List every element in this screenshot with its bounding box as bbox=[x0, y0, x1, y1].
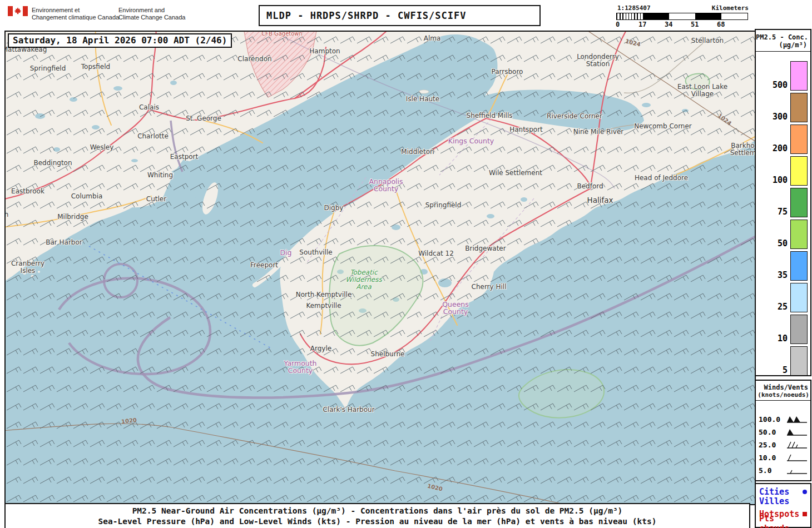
legend-value: 200 bbox=[773, 143, 788, 153]
scalebar-tick: 17 bbox=[638, 21, 646, 28]
divider bbox=[756, 400, 810, 401]
legend-row: 100 bbox=[756, 154, 810, 186]
legend-swatch bbox=[790, 124, 808, 154]
map-scalebar: 1:1285407 Kilometers 017345168 bbox=[616, 4, 749, 30]
wind-speed-value: 10.0 bbox=[759, 454, 786, 462]
scalebar-segment bbox=[643, 13, 669, 19]
legend-swatch bbox=[790, 93, 808, 122]
pm25-legend-panel: PM2.5 - Conc. (µg/m³) 500300200100755035… bbox=[755, 29, 811, 376]
legend-row: 75 bbox=[756, 186, 810, 217]
legend-value: 25 bbox=[778, 302, 788, 312]
barb-10-icon bbox=[786, 454, 808, 462]
legend-value: 35 bbox=[778, 270, 788, 280]
pennant-2-icon bbox=[786, 415, 808, 424]
caption-box: PM2.5 Near-Ground Air Concentrations (µg… bbox=[4, 503, 750, 528]
legend-value: 5 bbox=[783, 365, 788, 375]
scalebar-tick: 68 bbox=[717, 21, 725, 28]
model-title-box: MLDP - HRDPS/SHRPD - CWFIS/SCIFV bbox=[259, 5, 541, 26]
basemap-graphics bbox=[6, 32, 755, 504]
winds-legend-title: Winds/Vents bbox=[756, 383, 808, 391]
header-bar: Environnement et Changement climatique C… bbox=[0, 0, 812, 31]
scale-ratio: 1:1285407 bbox=[617, 4, 651, 12]
overlay-legend-panel: Cities Villes Hotspots Pts chauds bbox=[755, 483, 811, 528]
legend-swatch bbox=[790, 188, 808, 217]
legend-row: 5 bbox=[756, 344, 810, 376]
scale-unit: Kilometers bbox=[712, 4, 749, 12]
wind-legend-row: 5.0 bbox=[756, 464, 810, 477]
model-title: MLDP - HRDPS/SHRPD - CWFIS/SCIFV bbox=[266, 10, 467, 21]
logo-text-english: Environment and Climate Change Canada bbox=[118, 7, 185, 21]
legend-swatch bbox=[790, 315, 808, 344]
wind-speed-value: 50.0 bbox=[759, 428, 786, 436]
pm25-legend-units: (µg/m³) bbox=[756, 41, 807, 49]
scalebar-tick: 51 bbox=[691, 21, 699, 28]
legend-swatch bbox=[790, 251, 808, 281]
wind-legend-row: 25.0 bbox=[756, 439, 810, 451]
legend-value: 500 bbox=[773, 80, 788, 90]
caption-line2: Sea-Level Pressure (hPa) and Low-Level W… bbox=[6, 516, 749, 527]
legend-row: 35 bbox=[756, 249, 810, 281]
scalebar-ticks: 017345168 bbox=[616, 21, 749, 29]
scalebar-segment bbox=[669, 13, 695, 19]
legend-row: 500 bbox=[756, 59, 810, 91]
winds-legend-panel: Winds/Vents (knots/noeuds) 100.050.025.0… bbox=[755, 380, 811, 481]
legend-value: 50 bbox=[778, 238, 788, 248]
forecast-map: MattawakeagLincolnSpringfieldTopsfieldCa… bbox=[4, 31, 756, 505]
cities-label-fr: Villes bbox=[759, 496, 807, 506]
winds-scale: 100.050.025.010.05.0 bbox=[756, 413, 810, 477]
hotspots-label-fr: Pts chauds bbox=[759, 514, 807, 528]
valid-time-box: Saturday, 18 April 2026 07:00 ADT (2/46) bbox=[8, 33, 232, 48]
legend-row: 300 bbox=[756, 91, 810, 122]
valid-time-label: Saturday, 18 April 2026 07:00 ADT (2/46) bbox=[13, 35, 227, 46]
pennant-1-icon bbox=[786, 428, 808, 437]
legend-value: 300 bbox=[773, 112, 788, 122]
legend-value: 100 bbox=[773, 175, 788, 185]
wind-speed-value: 25.0 bbox=[759, 441, 786, 449]
barb-5-icon bbox=[786, 466, 808, 475]
legend-value: 10 bbox=[778, 333, 788, 343]
logo-text-french: Environnement et Changement climatique C… bbox=[32, 7, 119, 21]
wind-legend-row: 100.0 bbox=[756, 413, 810, 426]
scalebar-segment bbox=[617, 13, 643, 19]
scalebar-segment bbox=[721, 13, 747, 19]
pm25-legend-title: PM2.5 - Conc. bbox=[756, 33, 808, 41]
app-window: Environnement et Changement climatique C… bbox=[0, 0, 812, 528]
legend-swatch bbox=[790, 283, 808, 312]
wind-barb-field bbox=[6, 32, 755, 504]
legend-swatch bbox=[790, 156, 808, 186]
cities-label-en: Cities bbox=[759, 487, 803, 497]
wind-legend-row: 50.0 bbox=[756, 426, 810, 439]
wind-speed-value: 5.0 bbox=[759, 466, 786, 475]
wind-legend-row: 10.0 bbox=[756, 451, 810, 464]
scalebar-segment bbox=[695, 13, 721, 19]
canada-flag-icon bbox=[8, 6, 28, 16]
legend-row: 25 bbox=[756, 281, 810, 312]
legend-swatch bbox=[790, 61, 808, 91]
scalebar-tick: 34 bbox=[665, 21, 672, 28]
winds-legend-units: (knots/noeuds) bbox=[756, 391, 809, 399]
legend-row: 50 bbox=[756, 217, 810, 249]
legend-value: 75 bbox=[778, 207, 788, 217]
legend-swatch bbox=[790, 346, 808, 376]
legend-swatch bbox=[790, 220, 808, 249]
scalebar-tick: 0 bbox=[616, 21, 620, 28]
legend-row: 200 bbox=[756, 122, 810, 154]
barb-25-icon bbox=[786, 441, 808, 450]
wind-speed-value: 100.0 bbox=[759, 415, 786, 424]
caption-line1: PM2.5 Near-Ground Air Concentrations (µg… bbox=[6, 506, 749, 516]
city-marker-icon bbox=[803, 490, 807, 494]
scalebar-segments bbox=[616, 13, 748, 20]
pm25-scale: 50030020010075503525105 bbox=[756, 59, 810, 376]
legend-row: 10 bbox=[756, 312, 810, 344]
divider bbox=[756, 51, 810, 52]
